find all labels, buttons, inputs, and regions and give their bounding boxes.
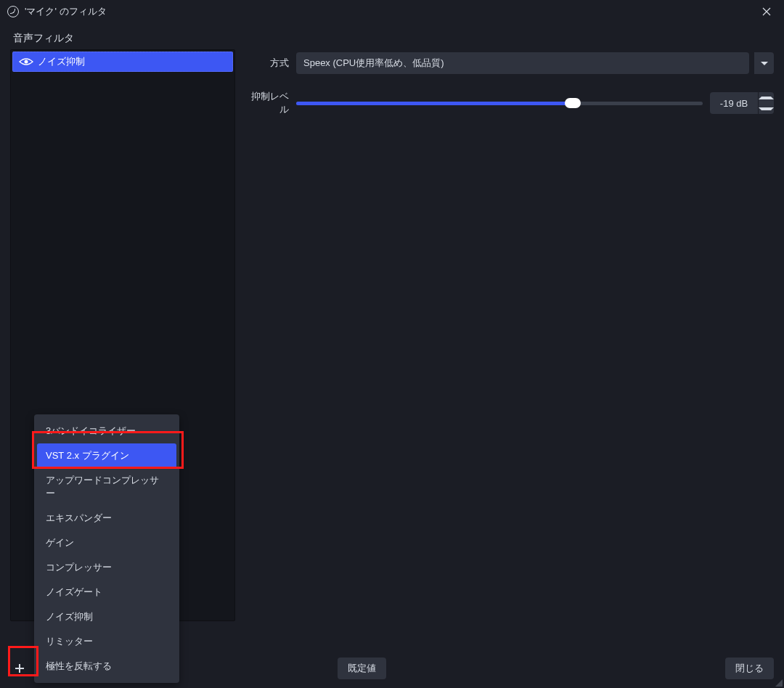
menu-item-3band-eq[interactable]: 3バンドイコライザー bbox=[34, 419, 179, 443]
resize-grip-icon[interactable] bbox=[774, 678, 783, 687]
add-filter-context-menu: 3バンドイコライザー VST 2.x プラグイン アップワードコンプレッサー エ… bbox=[34, 414, 179, 683]
slider-thumb[interactable] bbox=[565, 98, 581, 108]
suppress-level-spinner[interactable] bbox=[758, 92, 774, 114]
spinner-up[interactable] bbox=[759, 92, 774, 103]
menu-item-compressor[interactable]: コンプレッサー bbox=[34, 555, 179, 580]
app-logo-icon bbox=[7, 6, 19, 17]
defaults-button[interactable]: 既定値 bbox=[338, 658, 386, 679]
svg-point-0 bbox=[25, 60, 28, 64]
visibility-eye-icon[interactable] bbox=[19, 57, 32, 66]
close-button[interactable]: 閉じる bbox=[725, 658, 774, 679]
menu-item-limiter[interactable]: リミッター bbox=[34, 629, 179, 654]
audio-filters-header: 音声フィルタ bbox=[0, 23, 784, 49]
menu-item-noise-suppression[interactable]: ノイズ抑制 bbox=[34, 605, 179, 629]
window-title: 'マイク' のフィルタ bbox=[25, 5, 756, 18]
menu-item-gain[interactable]: ゲイン bbox=[34, 531, 179, 555]
spinner-down[interactable] bbox=[759, 103, 774, 114]
suppress-level-label: 抑制レベル bbox=[244, 90, 289, 116]
method-select[interactable]: Speex (CPU使用率低め、低品質) bbox=[296, 52, 749, 74]
method-label: 方式 bbox=[244, 57, 289, 70]
chevron-down-icon bbox=[761, 62, 768, 65]
chevron-down-icon bbox=[759, 107, 774, 110]
filter-item-label: ノイズ抑制 bbox=[38, 55, 85, 68]
filter-item-noise-suppression[interactable]: ノイズ抑制 bbox=[12, 52, 233, 72]
method-select-dropdown-button[interactable] bbox=[754, 52, 774, 74]
chevron-up-icon bbox=[759, 97, 774, 99]
menu-item-expander[interactable]: エキスパンダー bbox=[34, 506, 179, 531]
add-filter-button[interactable] bbox=[10, 659, 29, 678]
window-close-button[interactable] bbox=[756, 1, 777, 22]
menu-item-upward-compressor[interactable]: アップワードコンプレッサー bbox=[34, 468, 179, 506]
suppress-level-slider[interactable] bbox=[296, 102, 703, 105]
filter-properties-pane: 方式 Speex (CPU使用率低め、低品質) 抑制レベル -19 dB bbox=[244, 49, 774, 621]
suppress-level-value[interactable]: -19 dB bbox=[710, 92, 758, 114]
menu-item-vst-plugin[interactable]: VST 2.x プラグイン bbox=[37, 443, 176, 468]
menu-item-invert-polarity[interactable]: 極性を反転する bbox=[34, 654, 179, 679]
menu-item-noise-gate[interactable]: ノイズゲート bbox=[34, 580, 179, 605]
method-select-value: Speex (CPU使用率低め、低品質) bbox=[303, 57, 444, 70]
